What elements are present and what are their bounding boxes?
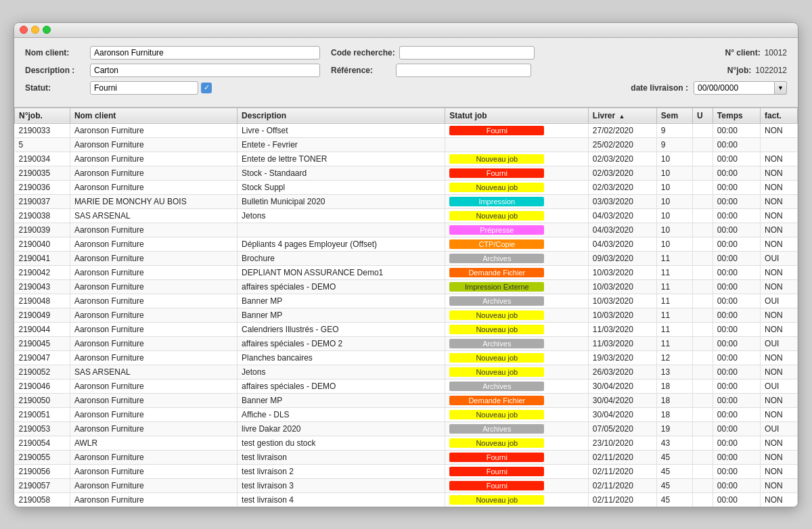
description-input[interactable] — [90, 64, 320, 77]
date-livraison-group: date livraison : ▼ — [631, 81, 787, 95]
cell-temps: 00:00 — [713, 379, 760, 393]
col-header-u[interactable]: U — [692, 108, 713, 123]
cell-njob: 2190040 — [15, 237, 70, 251]
code-recherche-input[interactable] — [399, 46, 535, 60]
table-row[interactable]: 2190033Aaronson FurnitureLivre - OffsetF… — [15, 123, 798, 137]
statut-label: Statut: — [25, 83, 86, 93]
table-row[interactable]: 5Aaronson FurnitureEntete - Fevrier25/02… — [15, 137, 798, 152]
cell-description: affaires spéciales - DEMO — [238, 279, 445, 294]
cell-fact: NON — [761, 223, 798, 237]
cell-description: Jetons — [238, 365, 445, 379]
cell-statut: Nouveau job — [445, 208, 589, 223]
table-row[interactable]: 2190051Aaronson FurnitureAffiche - DLSNo… — [15, 407, 798, 421]
col-header-njob[interactable]: N°job. — [15, 108, 70, 123]
table-row[interactable]: 2190047Aaronson FurniturePlanches bancai… — [15, 350, 798, 365]
table-row[interactable]: 2190037MARIE DE MONCHY AU BOISBulletin M… — [15, 194, 798, 208]
n-job-value: 1022012 — [755, 66, 787, 75]
cell-sem: 9 — [656, 137, 692, 152]
col-header-sem[interactable]: Sem — [656, 108, 692, 123]
cell-statut: Archives — [445, 379, 589, 393]
status-badge: CTP/Copie — [449, 239, 544, 249]
table-row[interactable]: 2190052SAS ARSENALJetonsNouveau job26/03… — [15, 365, 798, 379]
reference-input[interactable] — [396, 64, 531, 77]
cell-temps: 00:00 — [713, 436, 760, 450]
statut-check-icon: ✓ — [201, 83, 212, 93]
date-dropdown-button[interactable]: ▼ — [775, 81, 787, 95]
table-row[interactable]: 2190045Aaronson Furnitureaffaires spécia… — [15, 336, 798, 350]
cell-statut: Nouveau job — [445, 492, 589, 507]
table-row[interactable]: 2190040Aaronson FurnitureDépliants 4 pag… — [15, 237, 798, 251]
nom-client-input[interactable] — [90, 46, 320, 60]
cell-fact: OUI — [761, 336, 798, 350]
table-row[interactable]: 2190049Aaronson FurnitureBanner MPNouvea… — [15, 308, 798, 322]
cell-fact: NON — [761, 436, 798, 450]
table-row[interactable]: 2190035Aaronson FurnitureStock - Standaa… — [15, 166, 798, 180]
statut-select[interactable]: Fourni Nouveau job Archives Impression — [90, 81, 198, 95]
table-row[interactable]: 2190036Aaronson FurnitureStock SupplNouv… — [15, 180, 798, 194]
table-row[interactable]: 2190053Aaronson Furniturelivre Dakar 202… — [15, 421, 798, 436]
cell-livrer: 02/11/2020 — [588, 492, 656, 507]
status-badge: Nouveau job — [449, 367, 544, 377]
cell-livrer: 10/03/2020 — [588, 308, 656, 322]
sort-asc-icon: ▲ — [619, 113, 625, 120]
cell-statut: Impression — [445, 194, 589, 208]
table-row[interactable]: 2190041Aaronson FurnitureBrochureArchive… — [15, 251, 798, 265]
table-row[interactable]: 2190046Aaronson Furnitureaffaires spécia… — [15, 379, 798, 393]
col-header-description[interactable]: Description — [238, 108, 445, 123]
table-row[interactable]: 2190048Aaronson FurnitureBanner MPArchiv… — [15, 294, 798, 308]
table-row[interactable]: 2190039Aaronson FurniturePrépresse04/03/… — [15, 223, 798, 237]
cell-temps: 00:00 — [713, 336, 760, 350]
cell-sem: 10 — [656, 223, 692, 237]
table-row[interactable]: 2190034Aaronson FurnitureEntete de lettr… — [15, 152, 798, 166]
cell-njob: 2190056 — [15, 464, 70, 478]
cell-njob: 2190048 — [15, 294, 70, 308]
cell-u — [692, 279, 713, 294]
table-row[interactable]: 2190057Aaronson Furnituretest livraison … — [15, 478, 798, 492]
table-container[interactable]: N°job. Nom client Description Statut job… — [14, 108, 798, 507]
status-badge: Nouveau job — [449, 495, 544, 505]
table-row[interactable]: 2190038SAS ARSENALJetonsNouveau job04/03… — [15, 208, 798, 223]
cell-temps: 00:00 — [713, 322, 760, 336]
cell-livrer: 11/03/2020 — [588, 336, 656, 350]
minimize-button[interactable] — [31, 26, 39, 34]
cell-description: test livraison 2 — [238, 464, 445, 478]
cell-njob: 2190057 — [15, 478, 70, 492]
cell-u — [692, 194, 713, 208]
table-row[interactable]: 2190043Aaronson Furnitureaffaires spécia… — [15, 279, 798, 294]
col-header-nom-client[interactable]: Nom client — [70, 108, 237, 123]
cell-livrer: 03/03/2020 — [588, 194, 656, 208]
table-row[interactable]: 2190044Aaronson FurnitureCalendriers Ill… — [15, 322, 798, 336]
cell-statut: Fourni — [445, 166, 589, 180]
cell-livrer: 23/10/2020 — [588, 436, 656, 450]
table-row[interactable]: 2190042Aaronson FurnitureDEPLIANT MON AS… — [15, 265, 798, 279]
table-row[interactable]: 2190054AWLRtest gestion du stockNouveau … — [15, 436, 798, 450]
cell-temps: 00:00 — [713, 450, 760, 464]
col-header-statut[interactable]: Statut job — [445, 108, 589, 123]
date-livraison-input[interactable] — [694, 81, 775, 95]
cell-u — [692, 137, 713, 152]
maximize-button[interactable] — [43, 26, 51, 34]
close-button[interactable] — [20, 26, 28, 34]
statut-group: Statut: Fourni Nouveau job Archives Impr… — [25, 81, 212, 95]
cell-njob: 2190055 — [15, 450, 70, 464]
cell-fact: NON — [761, 208, 798, 223]
cell-nom-client: SAS ARSENAL — [70, 208, 237, 223]
cell-livrer: 27/02/2020 — [588, 123, 656, 137]
date-livraison-label: date livraison : — [631, 83, 688, 93]
cell-statut: Fourni — [445, 450, 589, 464]
status-badge: Demande Fichier — [449, 396, 544, 405]
table-row[interactable]: 2190055Aaronson Furnituretest livraisonF… — [15, 450, 798, 464]
col-header-fact[interactable]: fact. — [761, 108, 798, 123]
cell-nom-client: Aaronson Furniture — [70, 237, 237, 251]
table-row[interactable]: 2190058Aaronson Furnituretest livraison … — [15, 492, 798, 507]
cell-description: Stock Suppl — [238, 180, 445, 194]
status-badge: Archives — [449, 296, 544, 306]
cell-nom-client: Aaronson Furniture — [70, 251, 237, 265]
cell-statut: Nouveau job — [445, 152, 589, 166]
table-row[interactable]: 2190056Aaronson Furnituretest livraison … — [15, 464, 798, 478]
cell-livrer: 30/04/2020 — [588, 407, 656, 421]
col-header-temps[interactable]: Temps — [713, 108, 760, 123]
col-header-livrer[interactable]: Livrer ▲ — [588, 108, 656, 123]
table-row[interactable]: 2190050Aaronson FurnitureBanner MPDemand… — [15, 393, 798, 407]
cell-livrer: 19/03/2020 — [588, 350, 656, 365]
